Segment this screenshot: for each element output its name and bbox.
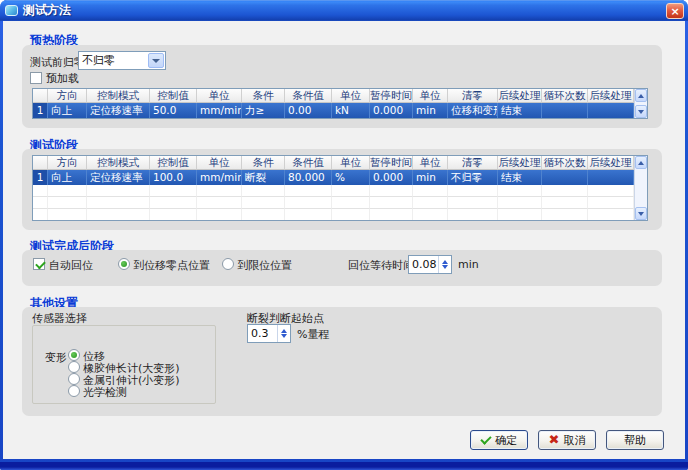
close-button[interactable]: ×: [666, 3, 684, 19]
table-cell: 循环次数: [542, 89, 588, 103]
table-cell: [413, 185, 448, 197]
preload-label: 预加载: [46, 71, 79, 86]
titlebar[interactable]: 测试方法 ×: [0, 0, 688, 21]
break-judge-start-unit: %量程: [297, 327, 329, 342]
arrow-down-icon: [638, 110, 644, 114]
return-wait-time-value: 0.08: [409, 256, 438, 273]
table-cell: [332, 185, 370, 197]
radio-dot-icon: [121, 261, 127, 267]
deform-radio-optical[interactable]: [68, 385, 80, 397]
arrow-up-icon: [638, 94, 644, 98]
zero-before-test-select[interactable]: 不归零: [78, 51, 166, 70]
table-row-empty[interactable]: [33, 209, 634, 221]
table-cell: 后续处理: [498, 89, 542, 103]
table-cell: [498, 209, 542, 221]
return-wait-time-spinner[interactable]: 0.08: [408, 255, 452, 274]
break-judge-start-spinner[interactable]: 0.3: [247, 324, 291, 343]
table-cell: [588, 103, 634, 118]
spinner-buttons[interactable]: [277, 325, 290, 342]
window-title: 测试方法: [23, 2, 71, 19]
table-cell: [542, 209, 588, 221]
break-judge-start-value: 0.3: [248, 325, 277, 342]
table-cell: [370, 197, 413, 209]
combo-dropdown-button[interactable]: [148, 53, 164, 68]
table-cell: [197, 185, 242, 197]
scroll-up-button[interactable]: [635, 89, 647, 102]
table-cell: 方向: [48, 89, 87, 103]
table-cell: 控制值: [150, 89, 197, 103]
table-cell: [413, 197, 448, 209]
cancel-button[interactable]: ✖ 取消: [538, 430, 596, 450]
table-cell: 清零: [448, 156, 498, 170]
table-cell: 定位移速率: [87, 103, 150, 118]
auto-return-label: 自动回位: [49, 258, 93, 273]
table-cell: 1: [33, 170, 48, 185]
test-table-scrollbar[interactable]: [634, 156, 647, 220]
table-cell: 0.000: [370, 170, 413, 185]
deform-label: 变形: [45, 350, 67, 365]
table-cell: [448, 197, 498, 209]
help-button-label: 帮助: [624, 433, 646, 448]
table-cell: [87, 185, 150, 197]
to-displacement-zero-radio[interactable]: [118, 258, 130, 270]
table-cell: 单位: [413, 89, 448, 103]
table-cell: [498, 185, 542, 197]
table-cell: [33, 185, 48, 197]
preheat-table-scrollbar[interactable]: [634, 89, 647, 118]
check-icon: [480, 433, 491, 444]
table-cell: 向上: [48, 170, 87, 185]
table-cell: [285, 209, 332, 221]
deform-radio-rubber-extensometer[interactable]: [68, 361, 80, 373]
table-header-row[interactable]: 方向控制模式控制值单位条件条件值单位暂停时间单位清零后续处理循环次数后续处理: [33, 89, 634, 103]
spinner-buttons[interactable]: [438, 256, 451, 273]
table-cell: mm/min: [197, 170, 242, 185]
help-button[interactable]: 帮助: [606, 430, 664, 450]
preload-checkbox[interactable]: [30, 72, 42, 84]
table-cell: [242, 209, 285, 221]
preheat-table[interactable]: 方向控制模式控制值单位条件条件值单位暂停时间单位清零后续处理循环次数后续处理1向…: [32, 88, 648, 119]
table-cell: 后续处理: [588, 89, 634, 103]
return-wait-time-label: 回位等待时间: [348, 258, 414, 273]
table-row-selected[interactable]: 1向上定位移速率50.0mm/min力≥0.00kN0.000min位移和变形归…: [33, 103, 634, 118]
table-cell: 控制值: [150, 156, 197, 170]
table-cell: 位移和变形归: [448, 103, 498, 118]
table-cell: 方向: [48, 156, 87, 170]
table-row-empty[interactable]: [33, 185, 634, 197]
table-cell: 暂停时间: [370, 156, 413, 170]
deform-radio-metal-extensometer[interactable]: [68, 373, 80, 385]
table-cell: 暂停时间: [370, 89, 413, 103]
deform-radio-displacement[interactable]: [68, 349, 80, 361]
scroll-down-button[interactable]: [635, 207, 647, 220]
table-cell: 单位: [197, 89, 242, 103]
table-header-row[interactable]: 方向控制模式控制值单位条件条件值单位暂停时间单位清零后续处理循环次数后续处理: [33, 156, 634, 170]
test-method-dialog: 测试方法 × 预热阶段 测试前归零 不归零 预加载 方向控制模式控制值单位条件条…: [0, 0, 688, 470]
table-cell: %: [332, 170, 370, 185]
table-row-selected[interactable]: 1向上定位移速率100.0mm/min断裂80.000%0.000min不归零结…: [33, 170, 634, 185]
ok-button[interactable]: 确定: [470, 430, 528, 450]
to-limit-position-label: 到限位位置: [237, 258, 292, 273]
table-cell: [285, 197, 332, 209]
test-table[interactable]: 方向控制模式控制值单位条件条件值单位暂停时间单位清零后续处理循环次数后续处理1向…: [32, 155, 648, 221]
to-limit-position-radio[interactable]: [222, 258, 234, 270]
table-cell: 结束: [498, 170, 542, 185]
table-cell: 结束: [498, 103, 542, 118]
table-cell: [498, 197, 542, 209]
table-cell: 控制模式: [87, 156, 150, 170]
table-cell: [150, 197, 197, 209]
table-cell: 不归零: [448, 170, 498, 185]
table-cell: 定位移速率: [87, 170, 150, 185]
table-cell: [197, 209, 242, 221]
table-row-empty[interactable]: [33, 197, 634, 209]
table-cell: [87, 197, 150, 209]
table-cell: [332, 209, 370, 221]
table-cell: [542, 170, 588, 185]
scroll-down-button[interactable]: [635, 105, 647, 118]
table-cell: [332, 197, 370, 209]
table-cell: [542, 103, 588, 118]
x-icon: ✖: [549, 435, 560, 445]
auto-return-checkbox[interactable]: [33, 258, 45, 270]
table-cell: [197, 197, 242, 209]
table-cell: 后续处理: [588, 156, 634, 170]
table-cell: kN: [332, 103, 370, 118]
scroll-up-button[interactable]: [635, 156, 647, 169]
